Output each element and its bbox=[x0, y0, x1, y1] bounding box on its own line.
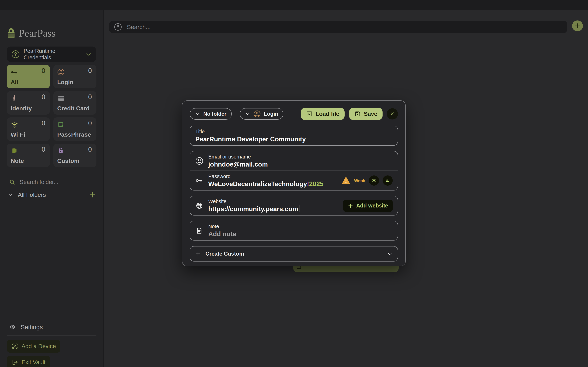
brand-logo: PearPass bbox=[6, 27, 56, 39]
category-count: 0 bbox=[88, 93, 92, 101]
category-tile-wifi[interactable]: 0 Wi-Fi bbox=[7, 117, 50, 141]
category-count: 0 bbox=[42, 119, 45, 127]
category-label: Custom bbox=[57, 158, 79, 164]
sidebar: PearPass PearRuntime Credentials 0 All bbox=[0, 10, 103, 367]
user-circle-icon bbox=[57, 68, 65, 76]
category-count: 0 bbox=[42, 67, 45, 75]
category-label: Identity bbox=[11, 105, 32, 112]
load-file-button[interactable]: Load file bbox=[301, 108, 344, 120]
category-count: 0 bbox=[88, 146, 92, 153]
image-icon bbox=[306, 110, 313, 117]
category-tile-identity[interactable]: 0 Identity bbox=[7, 91, 50, 115]
close-modal-button[interactable] bbox=[387, 108, 398, 119]
title-field-value: PearRuntime Developer Community bbox=[195, 136, 392, 143]
email-field-value: johndoe@mail.com bbox=[208, 161, 268, 168]
save-button[interactable]: Save bbox=[349, 108, 383, 120]
globe-icon bbox=[195, 202, 204, 209]
plus-icon bbox=[574, 23, 581, 29]
category-tile-all[interactable]: 0 All bbox=[7, 65, 50, 88]
global-search-bar bbox=[109, 21, 567, 33]
website-field[interactable]: Website https://community.pears.com Add … bbox=[190, 196, 398, 216]
sidebar-divider bbox=[7, 335, 96, 335]
add-folder-icon[interactable] bbox=[89, 191, 96, 198]
all-folders-label: All Folders bbox=[18, 191, 46, 198]
password-field[interactable]: Password WeLoveDecentralizeTechnology!20… bbox=[190, 171, 398, 190]
create-custom-row[interactable]: Create Custom bbox=[190, 246, 398, 261]
folder-dropdown-label: No folder bbox=[203, 111, 227, 117]
save-label: Save bbox=[364, 110, 377, 117]
website-field-label: Website bbox=[208, 199, 299, 204]
type-dropdown[interactable]: Login bbox=[240, 108, 284, 120]
key-circle-icon bbox=[11, 50, 20, 58]
type-dropdown-label: Login bbox=[264, 111, 278, 117]
user-circle-icon bbox=[253, 110, 261, 117]
password-field-content: Password WeLoveDecentralizeTechnology!20… bbox=[208, 174, 324, 188]
load-file-label: Load file bbox=[316, 110, 339, 117]
category-grid: 0 All 0 Login 0 Identity bbox=[7, 65, 96, 167]
email-field-label: Email or username bbox=[208, 154, 268, 160]
website-url: https://community.pears.com bbox=[208, 205, 298, 213]
category-tile-custom[interactable]: 0 Custom bbox=[53, 144, 96, 167]
password-symbol: ! bbox=[307, 180, 309, 188]
exit-vault-button[interactable]: Exit Vault bbox=[7, 356, 50, 367]
brand-name: PearPass bbox=[19, 27, 56, 39]
search-icon bbox=[9, 179, 15, 185]
window-top-strip bbox=[0, 0, 588, 10]
hidden-button-icon bbox=[297, 266, 301, 269]
gear-icon bbox=[9, 324, 16, 331]
padlock-striped-icon bbox=[6, 27, 16, 39]
lock-icon bbox=[57, 147, 64, 154]
chevron-down-icon[interactable] bbox=[8, 192, 13, 197]
folder-search bbox=[9, 179, 79, 186]
note-field[interactable]: Note Add note bbox=[190, 221, 398, 241]
folder-dropdown[interactable]: No folder bbox=[190, 108, 232, 120]
chevron-down-icon bbox=[387, 251, 393, 257]
category-tile-login[interactable]: 0 Login bbox=[53, 65, 96, 88]
login-fields-group: Email or username johndoe@mail.com Passw… bbox=[190, 151, 398, 191]
password-field-value: WeLoveDecentralizeTechnology!2025 bbox=[208, 180, 324, 188]
title-field[interactable]: Title PearRuntime Developer Community bbox=[190, 125, 398, 146]
category-tile-credit-card[interactable]: 0 Credit Card bbox=[53, 91, 96, 115]
exit-vault-label: Exit Vault bbox=[22, 359, 45, 366]
email-field-content: Email or username johndoe@mail.com bbox=[208, 154, 268, 168]
category-count: 0 bbox=[88, 119, 92, 127]
add-website-button[interactable]: Add website bbox=[343, 200, 393, 212]
close-icon bbox=[390, 111, 395, 116]
person-scan-icon bbox=[11, 343, 18, 350]
category-tile-passphrase[interactable]: 0 PassPhrase bbox=[53, 117, 96, 141]
toggle-password-visibility-button[interactable] bbox=[369, 175, 379, 186]
plus-icon bbox=[348, 203, 353, 209]
category-tile-note[interactable]: 0 Note bbox=[7, 144, 50, 167]
password-options-button[interactable] bbox=[383, 175, 393, 186]
folder-search-input[interactable] bbox=[19, 179, 79, 186]
category-count: 0 bbox=[42, 93, 45, 101]
key-icon bbox=[195, 176, 204, 184]
notes-icon bbox=[11, 147, 18, 154]
vault-selector[interactable]: PearRuntime Credentials bbox=[7, 47, 96, 62]
password-tools: Weak bbox=[341, 175, 393, 186]
save-icon bbox=[354, 110, 361, 117]
chevron-down-icon bbox=[195, 111, 200, 117]
category-label: Credit Card bbox=[57, 105, 90, 112]
category-label: PassPhrase bbox=[57, 131, 91, 138]
dots-menu-icon bbox=[385, 177, 391, 184]
chevron-down-icon bbox=[85, 51, 92, 57]
password-text: WeLoveDecentralizeTechnology bbox=[208, 180, 307, 188]
add-device-button[interactable]: Add a Device bbox=[7, 340, 60, 353]
passphrase-icon bbox=[57, 121, 65, 128]
global-search-input[interactable] bbox=[126, 24, 563, 31]
text-caret bbox=[299, 205, 299, 212]
category-count: 0 bbox=[42, 146, 45, 153]
sidebar-item-settings[interactable]: Settings bbox=[9, 324, 43, 331]
wifi-icon bbox=[11, 121, 18, 129]
category-label: All bbox=[11, 79, 18, 85]
plus-icon bbox=[195, 251, 201, 257]
add-entry-button[interactable] bbox=[572, 20, 583, 31]
warning-triangle-icon bbox=[341, 176, 351, 185]
category-count: 0 bbox=[88, 67, 92, 75]
credit-card-icon bbox=[57, 95, 65, 102]
user-circle-icon bbox=[195, 157, 204, 165]
email-field[interactable]: Email or username johndoe@mail.com bbox=[190, 151, 398, 171]
vault-name: PearRuntime Credentials bbox=[24, 48, 69, 61]
strength-badge: Weak bbox=[354, 178, 365, 183]
